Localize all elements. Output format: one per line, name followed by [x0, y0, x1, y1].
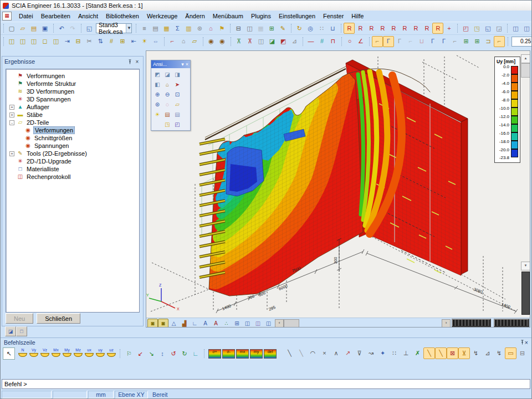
chevron-down-icon[interactable]: ▾	[181, 62, 184, 67]
window-2-icon[interactable]: ◫	[263, 319, 274, 328]
results-tool-1[interactable]: R	[344, 23, 355, 34]
pin-icon[interactable]	[520, 339, 525, 346]
tool-icon[interactable]: ⊔	[416, 36, 427, 47]
menu-item[interactable]: Einstellungen	[275, 12, 319, 21]
tool-icon[interactable]: Γ	[438, 36, 449, 47]
tool-icon[interactable]: —	[305, 36, 316, 47]
results-tool-8[interactable]: R	[421, 23, 432, 34]
results-tool-2[interactable]: R	[355, 23, 366, 34]
menu-item[interactable]: Bearbeiten	[37, 12, 74, 21]
image-print-icon[interactable]: ▤	[172, 109, 182, 119]
cursor-snap-icon[interactable]: ⊽	[354, 347, 365, 359]
pin-icon[interactable]	[126, 58, 134, 65]
tool-icon[interactable]: ◩	[278, 36, 289, 47]
results-panel-header[interactable]: Ergebnisse ×	[2, 57, 143, 66]
contour-result-icon[interactable]: σ+	[208, 349, 221, 359]
results-tool-3[interactable]: R	[366, 23, 377, 34]
pane-splitter[interactable]	[521, 272, 530, 315]
menu-item[interactable]: Datei	[15, 12, 37, 21]
moment-x-icon[interactable]: ↺	[168, 348, 179, 359]
tree-item-schnittgroessen[interactable]: ◉ Schnittgrößen	[6, 134, 139, 142]
gray-win-icon[interactable]: ◲	[493, 23, 504, 34]
show-labels-icon[interactable]: A	[200, 319, 211, 328]
doc-win-icon[interactable]: ◳	[471, 23, 482, 34]
contour-result-icon[interactable]: σ-	[222, 349, 235, 359]
clip-box-icon[interactable]: ◳	[162, 119, 172, 129]
snap-angle-icon[interactable]: ⊿	[482, 347, 493, 359]
redo-icon[interactable]: ↷	[67, 23, 78, 34]
close-icon[interactable]: ×	[134, 58, 141, 65]
add-icon[interactable]: ⊞	[266, 23, 277, 34]
axon-view-icon[interactable]: ⌂	[162, 79, 172, 89]
walk-view-icon[interactable]: ➤	[172, 79, 182, 89]
tool-icon[interactable]: #	[106, 36, 117, 47]
tree-item-2d-1d-upgrade[interactable]: ✳ 2D-/1D-Upgrade	[6, 157, 139, 165]
show-nodes-icon[interactable]: ∴	[221, 319, 232, 328]
new-button[interactable]: Neu	[6, 313, 33, 324]
tool-icon[interactable]: ◫	[17, 36, 28, 47]
image-export-icon[interactable]: ▤	[162, 109, 172, 119]
reaction-y-icon[interactable]: ↘	[146, 348, 157, 359]
select-cursor-icon[interactable]: ✦	[377, 347, 388, 359]
view-iso-1-icon[interactable]: ◩	[152, 69, 162, 79]
tool-icon[interactable]: ⇥	[62, 36, 73, 47]
tool-icon[interactable]: ⊼	[233, 36, 244, 47]
tool-icon[interactable]: ⊞	[117, 36, 128, 47]
tile-icon[interactable]: ◫	[521, 23, 532, 34]
raster-icon[interactable]: ∷	[316, 23, 327, 34]
result-component-icon[interactable]: Vz	[39, 348, 50, 359]
show-results-icon[interactable]: ◫	[242, 319, 253, 328]
tool-icon[interactable]: ◫	[6, 36, 17, 47]
calc-win-icon[interactable]: ◰	[460, 23, 471, 34]
reaction-x-icon[interactable]: ↙	[135, 348, 146, 359]
render-bulb-icon[interactable]: ☀	[152, 109, 162, 119]
tool-icon[interactable]: ⊞	[472, 36, 483, 47]
snap-arc-icon[interactable]: ↯	[493, 347, 505, 359]
menu-item[interactable]: Bibliotheken	[102, 12, 143, 21]
tool-icon[interactable]: #	[316, 36, 328, 47]
table-win-icon[interactable]: ◱	[482, 23, 493, 34]
zoom-window-icon[interactable]: ⊡	[172, 89, 182, 99]
command-panel-header[interactable]: Befehlszeile ×	[1, 338, 531, 346]
tree-item-tools-2d[interactable]: + ✎ Tools (2D-Ergebnisse)	[6, 150, 139, 157]
view-palette[interactable]: Ansi... ▾ × ◩◪◨◧⌂➤⊕⊖⊡⊛◌▱☀▤▤◳◰	[151, 60, 191, 131]
close-icon[interactable]: ×	[525, 339, 528, 346]
chevron-down-icon[interactable]: ▼	[126, 24, 131, 33]
command-input[interactable]: Befehl >	[2, 379, 530, 389]
snap-perp-icon[interactable]: ⊥	[400, 347, 412, 359]
result-component-icon[interactable]: ux	[84, 348, 95, 359]
scale-value[interactable]: 0.25..	[511, 37, 532, 47]
tool-icon[interactable]: ⊼	[244, 36, 255, 47]
angle-icon[interactable]: ∟	[190, 348, 201, 359]
new-doc-icon[interactable]: ▢	[6, 23, 17, 34]
close-icon[interactable]: ×	[186, 62, 188, 67]
tree-expander[interactable]: -	[9, 120, 14, 125]
tool-icon[interactable]: Γ	[394, 36, 405, 47]
vscroll-thumb[interactable]	[521, 63, 530, 78]
phi-flag-icon[interactable]: ⚐	[124, 348, 135, 359]
tree-item-auflager[interactable]: + ▲ Auflager	[6, 103, 139, 111]
clipboard-icon[interactable]: ▥	[183, 23, 194, 34]
result-component-icon[interactable]: Mz	[73, 348, 84, 359]
scroll-down-icon[interactable]: ▼	[521, 262, 530, 270]
view-palette-header[interactable]: Ansi... ▾ ×	[151, 60, 190, 68]
3d-scene[interactable]: 1400 700 800 6000 7500 300 295 3080 1400…	[146, 51, 530, 318]
snap-list-icon[interactable]: ⊟	[516, 347, 528, 359]
render-solid-icon[interactable]: ◙	[147, 319, 158, 328]
scroll-up-icon[interactable]: ▲	[521, 54, 530, 63]
tool-icon[interactable]: ⌂	[178, 36, 189, 47]
palette-spacer[interactable]	[152, 119, 162, 129]
tool-icon[interactable]: ⇔	[150, 36, 161, 47]
hscroll-thumb[interactable]	[284, 319, 299, 328]
result-component-icon[interactable]: Mx	[50, 348, 62, 359]
show-names-icon[interactable]: A	[211, 319, 221, 328]
view-iso-4-icon[interactable]: ◧	[152, 79, 162, 89]
tool-icon[interactable]: ⌐	[494, 36, 505, 47]
window-1-icon[interactable]: ◫	[253, 319, 263, 328]
zoom-all-icon[interactable]: ⊛	[152, 99, 162, 109]
tool-icon[interactable]: ⊞	[461, 36, 472, 47]
results-tool-5[interactable]: R	[388, 23, 399, 34]
tool-icon[interactable]: ▱	[189, 36, 200, 47]
graphics-viewport[interactable]: 1400 700 800 6000 7500 300 295 3080 1400…	[146, 50, 530, 328]
result-component-icon[interactable]: Vy	[28, 348, 39, 359]
